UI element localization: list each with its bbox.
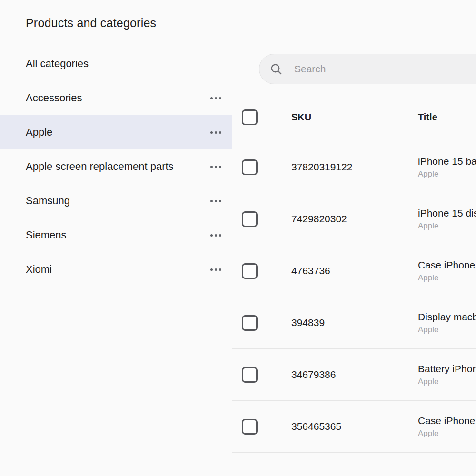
sku-value: 34679386 <box>291 369 418 380</box>
products-panel: Search SKU Title 37820319122 <box>232 47 476 476</box>
sku-value: 356465365 <box>291 421 418 432</box>
title-cell: iPhone 15 ba Apple <box>418 155 476 179</box>
title-cell: iPhone 15 dis Apple <box>418 207 476 231</box>
table-row[interactable]: 34679386 Battery iPhon Apple <box>232 349 476 401</box>
products-table: 37820319122 iPhone 15 ba Apple 742982030… <box>232 141 476 453</box>
more-options-icon[interactable] <box>210 266 221 274</box>
row-checkbox-cell <box>232 315 291 331</box>
more-options-icon[interactable] <box>210 163 221 171</box>
sku-value: 37820319122 <box>291 161 418 173</box>
row-checkbox-cell <box>232 367 291 383</box>
product-title: iPhone 15 dis <box>418 207 476 219</box>
sku-value: 4763736 <box>291 265 418 277</box>
category-label: Apple <box>26 126 52 139</box>
content-area: All categories Accessories Apple Apple s… <box>0 47 476 476</box>
sidebar-item-accessories[interactable]: Accessories <box>0 81 232 115</box>
table-row[interactable]: 356465365 Case iPhone Apple <box>232 401 476 453</box>
row-checkbox[interactable] <box>242 263 258 279</box>
page-header: Products and categories <box>0 0 476 47</box>
row-checkbox[interactable] <box>242 419 258 435</box>
product-title: Case iPhone <box>418 258 476 271</box>
sku-value: 7429820302 <box>291 213 418 225</box>
category-label: Accessories <box>26 92 82 104</box>
title-cell: Display macb Apple <box>418 310 476 335</box>
table-row[interactable]: 7429820302 iPhone 15 dis Apple <box>232 193 476 245</box>
row-checkbox[interactable] <box>242 159 258 175</box>
page-title: Products and categories <box>26 16 476 30</box>
products-and-categories-page: Products and categories All categories A… <box>0 0 476 476</box>
row-checkbox[interactable] <box>242 367 258 383</box>
sidebar-item-xiomi[interactable]: Xiomi <box>0 252 232 287</box>
table-row[interactable]: 4763736 Case iPhone Apple <box>232 245 476 297</box>
title-cell: Battery iPhon Apple <box>418 362 476 387</box>
row-checkbox-cell <box>232 419 291 435</box>
row-checkbox-cell <box>232 211 291 227</box>
more-options-icon[interactable] <box>210 231 221 239</box>
search-icon <box>270 63 283 76</box>
product-category: Apple <box>418 324 476 335</box>
column-header-title: Title <box>418 112 476 123</box>
category-sidebar: All categories Accessories Apple Apple s… <box>0 47 232 476</box>
product-category: Apple <box>418 169 476 179</box>
sku-value: 394839 <box>291 317 418 328</box>
search-bar-container: Search <box>232 47 476 84</box>
title-cell: Case iPhone Apple <box>418 414 476 439</box>
more-options-icon[interactable] <box>210 129 221 137</box>
search-input[interactable]: Search <box>259 54 476 84</box>
category-label: All categories <box>26 58 89 70</box>
more-options-icon[interactable] <box>210 94 221 102</box>
product-category: Apple <box>418 428 476 439</box>
table-row[interactable]: 394839 Display macb Apple <box>232 297 476 349</box>
table-row-partial <box>232 453 476 476</box>
sidebar-item-samsung[interactable]: Samsung <box>0 184 232 218</box>
category-label: Siemens <box>26 229 67 241</box>
title-cell: Case iPhone Apple <box>418 258 476 283</box>
row-checkbox[interactable] <box>242 315 258 331</box>
category-label: Samsung <box>26 195 70 207</box>
row-checkbox-cell <box>232 263 291 279</box>
sidebar-item-apple[interactable]: Apple <box>0 115 232 149</box>
category-label: Xiomi <box>26 263 52 276</box>
row-checkbox-cell <box>232 159 291 175</box>
product-title: iPhone 15 ba <box>418 155 476 168</box>
select-all-checkbox[interactable] <box>242 109 258 125</box>
product-category: Apple <box>418 376 476 387</box>
header-checkbox-cell <box>232 109 291 125</box>
product-title: Display macb <box>418 310 476 323</box>
more-options-icon[interactable] <box>210 197 221 205</box>
sidebar-item-siemens[interactable]: Siemens <box>0 218 232 252</box>
sidebar-item-all-categories[interactable]: All categories <box>0 47 232 81</box>
column-header-sku: SKU <box>291 112 418 123</box>
search-placeholder: Search <box>294 63 326 75</box>
category-label: Apple screen replacement parts <box>26 160 174 173</box>
product-category: Apple <box>418 272 476 283</box>
table-header: SKU Title <box>232 94 476 141</box>
row-checkbox[interactable] <box>242 211 258 227</box>
product-category: Apple <box>418 220 476 231</box>
product-title: Case iPhone <box>418 414 476 427</box>
table-row[interactable]: 37820319122 iPhone 15 ba Apple <box>232 141 476 193</box>
product-title: Battery iPhon <box>418 362 476 375</box>
sidebar-item-apple-screen-replacement-parts[interactable]: Apple screen replacement parts <box>0 149 232 184</box>
